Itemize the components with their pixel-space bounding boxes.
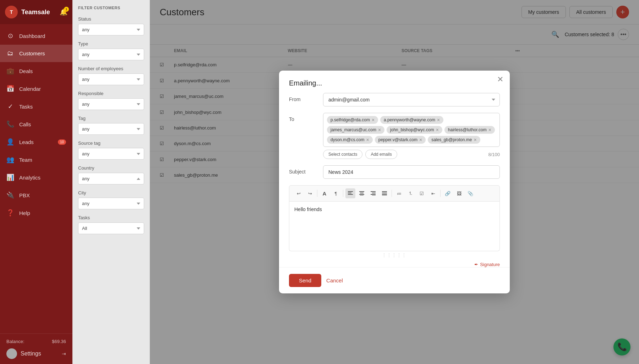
filter-employees-select[interactable]: any bbox=[78, 73, 144, 85]
signature-link[interactable]: ✒ Signature bbox=[474, 262, 500, 267]
editor-body[interactable]: Hello friends bbox=[289, 202, 500, 251]
filter-type-select[interactable]: any bbox=[78, 49, 144, 60]
signature-label: Signature bbox=[480, 262, 500, 267]
remove-email-tag[interactable]: × bbox=[474, 137, 476, 142]
settings-item[interactable]: Settings ⇥ bbox=[6, 348, 66, 359]
paragraph-button[interactable]: ¶ bbox=[331, 188, 341, 198]
modal-close-button[interactable]: ✕ bbox=[497, 76, 503, 83]
remove-email-tag[interactable]: × bbox=[437, 117, 440, 122]
filter-tag: Tag any bbox=[78, 116, 144, 140]
filter-responsible-label: Responsible bbox=[78, 91, 144, 96]
filter-status-label: Status bbox=[78, 16, 144, 22]
svg-rect-6 bbox=[359, 194, 364, 195]
settings-export-icon: ⇥ bbox=[62, 351, 66, 357]
filter-type: Type any bbox=[78, 41, 144, 66]
svg-rect-0 bbox=[348, 191, 353, 192]
editor-toolbar: ↩ ↪ A ¶ bbox=[289, 185, 500, 202]
svg-rect-2 bbox=[348, 194, 353, 195]
align-right-button[interactable] bbox=[368, 188, 378, 198]
align-left-button[interactable] bbox=[345, 188, 355, 198]
filter-status: Status any bbox=[78, 16, 144, 41]
remove-email-tag[interactable]: × bbox=[366, 137, 369, 142]
sidebar-item-deals[interactable]: 💼 Deals bbox=[0, 62, 72, 80]
filter-status-select[interactable]: any bbox=[78, 24, 144, 35]
remove-email-tag[interactable]: × bbox=[372, 117, 375, 122]
modal-header: Emailing... bbox=[279, 71, 510, 93]
sidebar-item-analytics[interactable]: 📊 Analytics bbox=[0, 169, 72, 186]
redo-button[interactable]: ↪ bbox=[305, 188, 315, 198]
tasks-icon: ✓ bbox=[6, 103, 14, 110]
sidebar-item-calls[interactable]: 📞 Calls bbox=[0, 115, 72, 133]
sidebar-item-customers[interactable]: 🗂 Customers bbox=[0, 45, 72, 62]
from-select[interactable]: admin@gmail.com bbox=[323, 93, 500, 106]
sidebar-item-pbx[interactable]: 🔌 PBX bbox=[0, 186, 72, 204]
svg-rect-1 bbox=[348, 193, 351, 193]
signature-icon: ✒ bbox=[474, 262, 478, 267]
link-button[interactable]: 🔗 bbox=[443, 188, 453, 198]
email-tag-value: pepper.v@stark.com bbox=[378, 137, 417, 142]
email-tag-value: james_marcus@uc.com bbox=[331, 127, 376, 132]
editor-drag-handle[interactable]: ⋮⋮⋮⋮⋮ bbox=[289, 251, 500, 259]
modal-footer: Send Cancel bbox=[279, 267, 510, 293]
sidebar-footer: Balance: $69.36 Settings ⇥ bbox=[0, 333, 72, 364]
filter-source-tag-select[interactable]: any bbox=[78, 148, 144, 160]
image-button[interactable]: 🖼 bbox=[454, 188, 464, 198]
justify-button[interactable] bbox=[379, 188, 389, 198]
cancel-button[interactable]: Cancel bbox=[326, 277, 343, 283]
filter-responsible: Responsible any bbox=[78, 91, 144, 116]
outdent-button[interactable]: ⇤ bbox=[428, 188, 438, 198]
sidebar-item-label: PBX bbox=[19, 192, 30, 198]
sidebar-item-dashboard[interactable]: ⊙ Dashboard bbox=[0, 27, 72, 45]
filter-city: City any bbox=[78, 190, 144, 215]
toolbar-sep bbox=[317, 190, 317, 197]
numbered-list-button[interactable]: ⒈ bbox=[405, 188, 415, 198]
sidebar-item-label: Help bbox=[19, 210, 30, 216]
from-select-wrapper: admin@gmail.com bbox=[323, 93, 500, 106]
filter-tasks: Tasks All bbox=[78, 215, 144, 240]
add-emails-button[interactable]: Add emails bbox=[365, 150, 397, 159]
dashboard-icon: ⊙ bbox=[6, 32, 14, 40]
subject-input[interactable] bbox=[323, 165, 500, 179]
sidebar-item-help[interactable]: ❓ Help bbox=[0, 204, 72, 222]
send-button[interactable]: Send bbox=[289, 274, 321, 287]
attach-button[interactable]: 📎 bbox=[465, 188, 475, 198]
svg-rect-12 bbox=[382, 191, 387, 192]
remove-email-tag[interactable]: × bbox=[419, 137, 422, 142]
undo-button[interactable]: ↩ bbox=[294, 188, 304, 198]
filter-tag-select[interactable]: any bbox=[78, 123, 144, 135]
filter-tasks-select[interactable]: All bbox=[78, 222, 144, 234]
team-icon: 👥 bbox=[6, 156, 14, 164]
sidebar-item-calendar[interactable]: 📅 Calendar bbox=[0, 80, 72, 98]
align-center-button[interactable] bbox=[357, 188, 367, 198]
svg-rect-9 bbox=[372, 193, 376, 193]
email-tag-value: p.selfridge@rda.com bbox=[331, 117, 370, 122]
bullet-list-button[interactable]: ≔ bbox=[394, 188, 404, 198]
modal-body: From admin@gmail.com To bbox=[279, 93, 510, 267]
email-count: 8/100 bbox=[488, 152, 500, 157]
sidebar-item-label: Deals bbox=[19, 68, 33, 74]
email-tag-value: john_bishop@wyc.com bbox=[390, 127, 434, 132]
sidebar-item-tasks[interactable]: ✓ Tasks bbox=[0, 98, 72, 115]
notifications-bell[interactable]: 🔔 1 bbox=[60, 8, 67, 16]
sidebar-item-team[interactable]: 👥 Team bbox=[0, 151, 72, 169]
svg-rect-11 bbox=[372, 195, 376, 195]
subject-control bbox=[323, 165, 500, 179]
checklist-button[interactable]: ☑ bbox=[417, 188, 427, 198]
main-content: Customers My customers All customers + 🔍… bbox=[150, 0, 639, 364]
svg-rect-5 bbox=[360, 193, 364, 193]
filter-responsible-select[interactable]: any bbox=[78, 98, 144, 110]
filter-country-select[interactable]: any bbox=[78, 173, 144, 184]
remove-email-tag[interactable]: × bbox=[436, 127, 439, 132]
svg-rect-13 bbox=[382, 193, 387, 193]
email-tag-value: dyson.m@cs.com bbox=[331, 137, 365, 142]
select-contacts-button[interactable]: Select contacts bbox=[323, 150, 362, 159]
filter-city-select[interactable]: any bbox=[78, 198, 144, 209]
email-tag: a.pennyworth@wayne.com × bbox=[380, 116, 443, 124]
svg-rect-8 bbox=[371, 191, 376, 192]
sidebar-item-leads[interactable]: 👤 Leads 10 bbox=[0, 133, 72, 151]
calls-icon: 📞 bbox=[6, 120, 14, 128]
remove-email-tag[interactable]: × bbox=[378, 127, 381, 132]
font-button[interactable]: A bbox=[320, 188, 329, 198]
editor-content: Hello friends bbox=[294, 206, 322, 212]
remove-email-tag[interactable]: × bbox=[488, 127, 491, 132]
